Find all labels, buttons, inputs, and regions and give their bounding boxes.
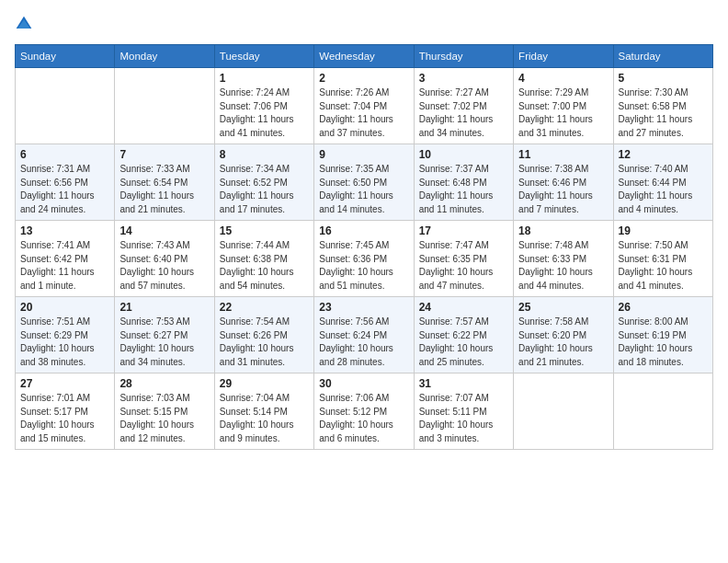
day-number: 16 bbox=[319, 224, 408, 237]
day-number: 22 bbox=[220, 301, 309, 314]
day-number: 6 bbox=[20, 148, 109, 161]
calendar-cell bbox=[16, 68, 115, 144]
calendar-cell bbox=[613, 373, 712, 450]
day-content: Sunrise: 7:26 AM Sunset: 7:04 PM Dayligh… bbox=[319, 86, 408, 140]
day-content: Sunrise: 7:58 AM Sunset: 6:20 PM Dayligh… bbox=[518, 316, 608, 369]
day-number: 4 bbox=[518, 72, 608, 85]
calendar-cell: 24Sunrise: 7:57 AM Sunset: 6:22 PM Dayli… bbox=[414, 297, 513, 373]
day-content: Sunrise: 7:24 AM Sunset: 7:06 PM Dayligh… bbox=[220, 86, 309, 140]
day-content: Sunrise: 7:35 AM Sunset: 6:50 PM Dayligh… bbox=[319, 163, 408, 216]
day-number: 14 bbox=[119, 224, 209, 237]
day-content: Sunrise: 7:43 AM Sunset: 6:40 PM Dayligh… bbox=[119, 239, 209, 293]
day-number: 25 bbox=[518, 301, 608, 314]
calendar-cell: 19Sunrise: 7:50 AM Sunset: 6:31 PM Dayli… bbox=[613, 221, 712, 297]
calendar-cell: 10Sunrise: 7:37 AM Sunset: 6:48 PM Dayli… bbox=[414, 144, 513, 221]
day-number: 1 bbox=[220, 72, 309, 85]
day-content: Sunrise: 7:45 AM Sunset: 6:36 PM Dayligh… bbox=[319, 239, 408, 293]
day-number: 17 bbox=[419, 224, 508, 237]
day-content: Sunrise: 7:33 AM Sunset: 6:54 PM Dayligh… bbox=[119, 163, 209, 216]
calendar-cell: 31Sunrise: 7:07 AM Sunset: 5:11 PM Dayli… bbox=[414, 373, 513, 450]
day-content: Sunrise: 7:57 AM Sunset: 6:22 PM Dayligh… bbox=[419, 316, 508, 369]
calendar-cell: 14Sunrise: 7:43 AM Sunset: 6:40 PM Dayli… bbox=[115, 221, 214, 297]
calendar-cell: 7Sunrise: 7:33 AM Sunset: 6:54 PM Daylig… bbox=[115, 144, 214, 221]
calendar-cell bbox=[115, 68, 214, 144]
day-number: 2 bbox=[319, 72, 408, 85]
page-header bbox=[15, 15, 713, 33]
calendar-cell: 23Sunrise: 7:56 AM Sunset: 6:24 PM Dayli… bbox=[314, 297, 414, 373]
day-number: 11 bbox=[518, 148, 608, 161]
calendar-cell: 29Sunrise: 7:04 AM Sunset: 5:14 PM Dayli… bbox=[214, 373, 313, 450]
calendar-cell: 3Sunrise: 7:27 AM Sunset: 7:02 PM Daylig… bbox=[414, 68, 513, 144]
day-number: 18 bbox=[518, 224, 608, 237]
day-number: 7 bbox=[119, 148, 209, 161]
day-number: 30 bbox=[319, 377, 408, 390]
calendar-cell: 15Sunrise: 7:44 AM Sunset: 6:38 PM Dayli… bbox=[214, 221, 313, 297]
weekday-header: Thursday bbox=[414, 45, 513, 68]
calendar-cell: 8Sunrise: 7:34 AM Sunset: 6:52 PM Daylig… bbox=[214, 144, 313, 221]
day-number: 20 bbox=[20, 301, 109, 314]
day-number: 27 bbox=[20, 377, 109, 390]
day-content: Sunrise: 7:03 AM Sunset: 5:15 PM Dayligh… bbox=[119, 392, 209, 445]
day-content: Sunrise: 7:47 AM Sunset: 6:35 PM Dayligh… bbox=[419, 239, 508, 293]
calendar-cell: 16Sunrise: 7:45 AM Sunset: 6:36 PM Dayli… bbox=[314, 221, 414, 297]
day-content: Sunrise: 7:48 AM Sunset: 6:33 PM Dayligh… bbox=[518, 239, 608, 293]
calendar-week-row: 20Sunrise: 7:51 AM Sunset: 6:29 PM Dayli… bbox=[16, 297, 713, 373]
day-number: 24 bbox=[419, 301, 508, 314]
day-content: Sunrise: 7:04 AM Sunset: 5:14 PM Dayligh… bbox=[220, 392, 309, 445]
calendar-table: SundayMondayTuesdayWednesdayThursdayFrid… bbox=[15, 44, 713, 450]
logo-icon bbox=[15, 15, 33, 33]
day-content: Sunrise: 8:00 AM Sunset: 6:19 PM Dayligh… bbox=[619, 316, 708, 369]
day-number: 12 bbox=[619, 148, 708, 161]
calendar-cell: 13Sunrise: 7:41 AM Sunset: 6:42 PM Dayli… bbox=[16, 221, 115, 297]
calendar-cell: 26Sunrise: 8:00 AM Sunset: 6:19 PM Dayli… bbox=[613, 297, 712, 373]
calendar-cell: 12Sunrise: 7:40 AM Sunset: 6:44 PM Dayli… bbox=[613, 144, 712, 221]
calendar-cell: 2Sunrise: 7:26 AM Sunset: 7:04 PM Daylig… bbox=[314, 68, 414, 144]
day-content: Sunrise: 7:06 AM Sunset: 5:12 PM Dayligh… bbox=[319, 392, 408, 445]
day-number: 19 bbox=[619, 224, 708, 237]
calendar-week-row: 1Sunrise: 7:24 AM Sunset: 7:06 PM Daylig… bbox=[16, 68, 713, 144]
day-number: 3 bbox=[419, 72, 508, 85]
weekday-header: Tuesday bbox=[214, 45, 313, 68]
calendar-week-row: 27Sunrise: 7:01 AM Sunset: 5:17 PM Dayli… bbox=[16, 373, 713, 450]
calendar-cell: 22Sunrise: 7:54 AM Sunset: 6:26 PM Dayli… bbox=[214, 297, 313, 373]
day-content: Sunrise: 7:29 AM Sunset: 7:00 PM Dayligh… bbox=[518, 86, 608, 140]
day-content: Sunrise: 7:37 AM Sunset: 6:48 PM Dayligh… bbox=[419, 163, 508, 216]
day-content: Sunrise: 7:56 AM Sunset: 6:24 PM Dayligh… bbox=[319, 316, 408, 369]
weekday-header: Monday bbox=[115, 45, 214, 68]
calendar-cell: 1Sunrise: 7:24 AM Sunset: 7:06 PM Daylig… bbox=[214, 68, 313, 144]
calendar-cell: 9Sunrise: 7:35 AM Sunset: 6:50 PM Daylig… bbox=[314, 144, 414, 221]
weekday-header-row: SundayMondayTuesdayWednesdayThursdayFrid… bbox=[16, 45, 713, 68]
calendar-cell: 20Sunrise: 7:51 AM Sunset: 6:29 PM Dayli… bbox=[16, 297, 115, 373]
weekday-header: Friday bbox=[514, 45, 613, 68]
calendar-cell: 30Sunrise: 7:06 AM Sunset: 5:12 PM Dayli… bbox=[314, 373, 414, 450]
calendar-cell: 5Sunrise: 7:30 AM Sunset: 6:58 PM Daylig… bbox=[613, 68, 712, 144]
day-number: 9 bbox=[319, 148, 408, 161]
calendar-cell: 4Sunrise: 7:29 AM Sunset: 7:00 PM Daylig… bbox=[514, 68, 613, 144]
day-content: Sunrise: 7:40 AM Sunset: 6:44 PM Dayligh… bbox=[619, 163, 708, 216]
calendar-cell: 21Sunrise: 7:53 AM Sunset: 6:27 PM Dayli… bbox=[115, 297, 214, 373]
day-content: Sunrise: 7:44 AM Sunset: 6:38 PM Dayligh… bbox=[220, 239, 309, 293]
calendar-week-row: 6Sunrise: 7:31 AM Sunset: 6:56 PM Daylig… bbox=[16, 144, 713, 221]
day-number: 21 bbox=[119, 301, 209, 314]
day-number: 31 bbox=[419, 377, 508, 390]
calendar-cell: 11Sunrise: 7:38 AM Sunset: 6:46 PM Dayli… bbox=[514, 144, 613, 221]
day-number: 29 bbox=[220, 377, 309, 390]
day-number: 23 bbox=[319, 301, 408, 314]
day-content: Sunrise: 7:51 AM Sunset: 6:29 PM Dayligh… bbox=[20, 316, 109, 369]
day-number: 26 bbox=[619, 301, 708, 314]
calendar-cell bbox=[514, 373, 613, 450]
day-number: 28 bbox=[119, 377, 209, 390]
calendar-cell: 28Sunrise: 7:03 AM Sunset: 5:15 PM Dayli… bbox=[115, 373, 214, 450]
day-number: 8 bbox=[220, 148, 309, 161]
day-content: Sunrise: 7:27 AM Sunset: 7:02 PM Dayligh… bbox=[419, 86, 508, 140]
calendar-cell: 25Sunrise: 7:58 AM Sunset: 6:20 PM Dayli… bbox=[514, 297, 613, 373]
day-content: Sunrise: 7:54 AM Sunset: 6:26 PM Dayligh… bbox=[220, 316, 309, 369]
day-content: Sunrise: 7:31 AM Sunset: 6:56 PM Dayligh… bbox=[20, 163, 109, 216]
day-content: Sunrise: 7:50 AM Sunset: 6:31 PM Dayligh… bbox=[619, 239, 708, 293]
day-content: Sunrise: 7:01 AM Sunset: 5:17 PM Dayligh… bbox=[20, 392, 109, 445]
day-content: Sunrise: 7:53 AM Sunset: 6:27 PM Dayligh… bbox=[119, 316, 209, 369]
day-content: Sunrise: 7:34 AM Sunset: 6:52 PM Dayligh… bbox=[220, 163, 309, 216]
calendar-cell: 27Sunrise: 7:01 AM Sunset: 5:17 PM Dayli… bbox=[16, 373, 115, 450]
day-content: Sunrise: 7:07 AM Sunset: 5:11 PM Dayligh… bbox=[419, 392, 508, 445]
logo bbox=[15, 15, 37, 33]
